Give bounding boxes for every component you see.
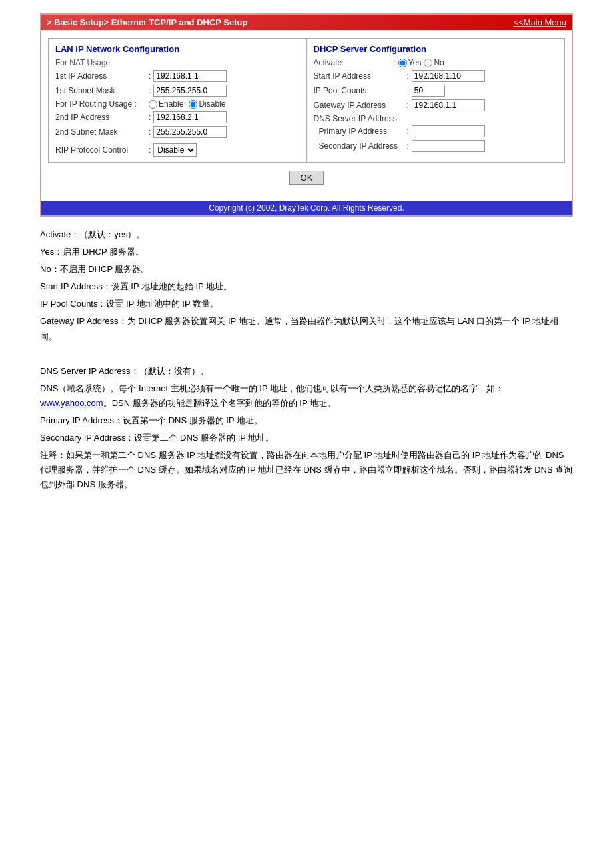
- pool-counts-label: IP Pool Counts: [314, 86, 407, 95]
- secondary-ip-label: Secondary IP Address: [314, 141, 407, 151]
- primary-ip-row: Primary IP Address :: [314, 125, 558, 137]
- desc-secondary: Secondary IP Address：设置第二个 DNS 服务器的 IP 地…: [40, 431, 573, 445]
- page-title: > Basic Setup> Ethernet TCP/IP and DHCP …: [47, 17, 247, 27]
- main-panel: > Basic Setup> Ethernet TCP/IP and DHCP …: [40, 13, 573, 217]
- main-menu-link[interactable]: <<Main Menu: [514, 17, 567, 27]
- desc-dns-detail: DNS（域名系统）。每个 Internet 主机必须有一个唯一的 IP 地址，他…: [40, 381, 573, 411]
- routing-enable-label[interactable]: Enable: [149, 99, 183, 109]
- desc-gateway: Gateway IP Address：为 DHCP 服务器设置网关 IP 地址。…: [40, 314, 573, 343]
- activate-no-radio[interactable]: [424, 59, 432, 67]
- yahoo-link[interactable]: www.yahoo.com: [40, 398, 103, 408]
- for-nat-label: For NAT Usage: [55, 58, 300, 67]
- desc-no: No：不启用 DHCP 服务器。: [40, 262, 573, 277]
- gateway-input[interactable]: [412, 99, 485, 111]
- ok-row: OK: [48, 163, 565, 193]
- pool-counts-row: IP Pool Counts :: [314, 85, 558, 97]
- ip2-row: 2nd IP Address :: [55, 111, 300, 123]
- desc-pool-counts: IP Pool Counts：设置 IP 地址池中的 IP 数量。: [40, 297, 573, 311]
- config-columns: LAN IP Network Configuration For NAT Usa…: [48, 38, 565, 163]
- mask1-row: 1st Subnet Mask :: [55, 85, 300, 97]
- activate-row: Activate : Yes No: [314, 58, 558, 67]
- mask2-row: 2nd Subnet Mask :: [55, 126, 300, 138]
- activate-options: Yes No: [398, 58, 444, 67]
- dns-server-label: DNS Server IP Address: [314, 114, 558, 123]
- routing-enable-radio[interactable]: [149, 100, 157, 109]
- lan-section-title: LAN IP Network Configuration: [55, 44, 300, 54]
- description-block: Activate：（默认：yes）。 Yes：启用 DHCP 服务器。 No：不…: [40, 227, 573, 493]
- lan-panel: LAN IP Network Configuration For NAT Usa…: [49, 39, 307, 162]
- ip2-input[interactable]: [153, 111, 227, 123]
- desc-blank1: [40, 347, 573, 361]
- ip1-label: 1st IP Address: [55, 71, 149, 81]
- gateway-row: Gateway IP Address :: [314, 99, 558, 111]
- activate-no-label[interactable]: No: [424, 58, 444, 67]
- start-ip-input[interactable]: [412, 70, 485, 82]
- mask2-input[interactable]: [153, 126, 227, 138]
- desc-note: 注释：如果第一和第二个 DNS 服务器 IP 地址都没有设置，路由器在向本地用户…: [40, 448, 573, 492]
- mask2-label: 2nd Subnet Mask: [55, 127, 149, 137]
- header-bar: > Basic Setup> Ethernet TCP/IP and DHCP …: [41, 15, 572, 30]
- activate-yes-label[interactable]: Yes: [398, 58, 422, 67]
- content-area: LAN IP Network Configuration For NAT Usa…: [41, 30, 572, 201]
- desc-primary: Primary IP Address：设置第一个 DNS 服务器的 IP 地址。: [40, 413, 573, 428]
- dhcp-section-title: DHCP Server Configuration: [314, 44, 558, 54]
- secondary-ip-row: Secondary IP Address :: [314, 140, 558, 152]
- desc-yes: Yes：启用 DHCP 服务器。: [40, 245, 573, 259]
- desc-activate: Activate：（默认：yes）。: [40, 227, 573, 242]
- activate-yes-radio[interactable]: [398, 59, 407, 67]
- desc-start-ip: Start IP Address：设置 IP 地址池的起始 IP 地址。: [40, 279, 573, 294]
- dhcp-panel: DHCP Server Configuration Activate : Yes…: [307, 39, 565, 162]
- ip2-label: 2nd IP Address: [55, 113, 149, 122]
- ok-button[interactable]: OK: [289, 171, 324, 185]
- routing-radio-group: Enable Disable: [149, 99, 225, 109]
- start-ip-row: Start IP Address :: [314, 70, 558, 82]
- rip-row: RIP Protocol Control : Disable Enable: [55, 143, 300, 157]
- secondary-ip-input[interactable]: [412, 140, 485, 152]
- pool-counts-input[interactable]: [412, 85, 445, 97]
- footer-text: Copyright (c) 2002, DrayTek Corp. All Ri…: [209, 203, 404, 213]
- routing-disable-radio[interactable]: [189, 100, 197, 109]
- primary-ip-label: Primary IP Address: [314, 127, 407, 136]
- routing-disable-label[interactable]: Disable: [189, 99, 225, 109]
- start-ip-label: Start IP Address: [314, 71, 407, 81]
- routing-label: For IP Routing Usage :: [55, 99, 149, 109]
- routing-row: For IP Routing Usage : Enable Disable: [55, 99, 300, 109]
- activate-label: Activate: [314, 58, 394, 67]
- mask1-input[interactable]: [153, 85, 227, 97]
- mask1-label: 1st Subnet Mask: [55, 86, 149, 95]
- rip-select[interactable]: Disable Enable: [153, 143, 197, 157]
- desc-dns: DNS Server IP Address：（默认：没有）。: [40, 364, 573, 379]
- rip-label: RIP Protocol Control: [55, 145, 149, 155]
- gateway-label: Gateway IP Address: [314, 101, 407, 110]
- ip1-input[interactable]: [153, 70, 227, 82]
- footer-bar: Copyright (c) 2002, DrayTek Corp. All Ri…: [41, 201, 572, 215]
- primary-ip-input[interactable]: [412, 125, 485, 137]
- ip1-row: 1st IP Address :: [55, 70, 300, 82]
